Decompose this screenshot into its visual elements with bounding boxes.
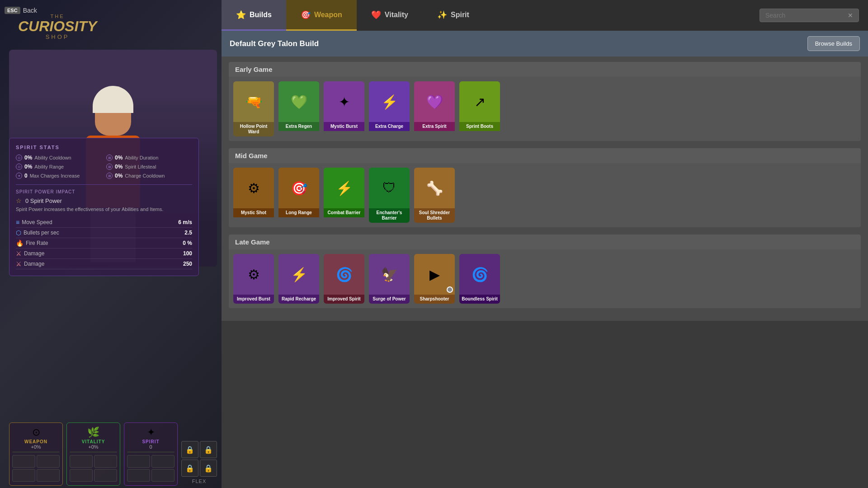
lifesteal-label: Spirit Lifesteal (125, 164, 156, 169)
duration-value: 0% (115, 155, 123, 161)
character-hair (93, 86, 133, 113)
sharpshooter-icon: ▶ (429, 267, 440, 282)
improved-burst-img: ⚙ (233, 254, 274, 295)
stat-ability-cooldown: ⊙ 0% Ability Cooldown (16, 155, 102, 161)
extra-regen-label: Extra Regen (278, 122, 319, 131)
mid-game-header: Mid Game (229, 148, 861, 163)
item-extra-spirit[interactable]: 💜 Extra Spirit (414, 81, 455, 136)
flex-slot-4: 🔒 (200, 460, 217, 477)
shop-shop: SHOP (18, 33, 97, 40)
build-header: Default Grey Talon Build Browse Builds (222, 31, 868, 56)
improved-spirit-label: Improved Spirit (324, 295, 364, 304)
back-button[interactable]: ESC Back (5, 7, 37, 14)
weapon-tab-label: Weapon (314, 11, 342, 19)
fire-rate-value: 0 % (183, 240, 192, 246)
flex-label: FLEX (192, 479, 207, 484)
weapon-label: WEAPON (12, 439, 60, 444)
item-boundless-spirit[interactable]: 🌀 Boundless Spirit (459, 254, 500, 304)
bottom-stats: ⊙ WEAPON +0% 🌿 VITALITY +0% ✦ SPIRIT 0 (9, 422, 217, 486)
long-range-img: 🎯 (278, 168, 319, 208)
soul-shredder-label: Soul Shredder Bullets (414, 208, 455, 223)
tab-weapon[interactable]: 🎯 Weapon (286, 0, 357, 31)
enchanters-barrier-label: Enchanter's Barrier (369, 208, 410, 223)
star-icon: ☆ (16, 197, 22, 204)
search-box[interactable]: ✕ (760, 9, 859, 22)
extra-regen-icon: 💚 (291, 94, 307, 110)
stat-damage-1: ⚔ Damage 100 (16, 249, 192, 259)
vitality-slot-4 (94, 469, 117, 482)
weapon-slot-1 (12, 455, 35, 468)
item-soul-shredder[interactable]: 🦴 Soul Shredder Bullets (414, 168, 455, 223)
extra-spirit-icon: 💜 (426, 94, 443, 110)
damage1-value: 100 (183, 250, 192, 257)
early-game-content: 🔫 Hollow Point Ward 💚 Extra Regen ✦ (229, 77, 861, 141)
item-enchanters-barrier[interactable]: 🛡 Enchanter's Barrier (369, 168, 410, 223)
combat-barrier-img: ⚡ (324, 168, 364, 208)
builds-tab-label: Builds (250, 11, 272, 19)
shop-curiosity: CURIOSITY (18, 19, 97, 33)
item-sharpshooter[interactable]: ▶ Sharpshooter (414, 254, 455, 304)
spirit-power-title: SPIRIT POWER IMPACT (16, 189, 192, 194)
item-improved-burst[interactable]: ⚙ Improved Burst (233, 254, 274, 304)
browse-builds-button[interactable]: Browse Builds (807, 36, 860, 51)
item-sprint-boots[interactable]: ↗ Sprint Boots (459, 81, 500, 136)
spirit-slot-3 (127, 469, 150, 482)
item-extra-regen[interactable]: 💚 Extra Regen (278, 81, 319, 136)
item-surge-of-power[interactable]: 🦅 Surge of Power (369, 254, 410, 304)
search-input[interactable] (765, 12, 848, 19)
extra-spirit-img: 💜 (414, 81, 455, 122)
surge-of-power-label: Surge of Power (369, 295, 410, 304)
spirit-label: SPIRIT (127, 439, 175, 444)
builds-tab-icon: ⭐ (236, 10, 246, 20)
tab-vitality[interactable]: ❤️ Vitality (357, 0, 423, 31)
soul-shredder-img: 🦴 (414, 168, 455, 208)
hollow-point-img: 🔫 (233, 81, 274, 122)
weapon-tab-icon: 🎯 (301, 10, 311, 20)
item-mystic-shot[interactable]: ⚙ Mystic Shot (233, 168, 274, 223)
item-long-range[interactable]: 🎯 Long Range (278, 168, 319, 223)
flex-slot-2: 🔒 (200, 441, 217, 458)
weapon-icon: ⊙ (12, 427, 60, 438)
item-combat-barrier[interactable]: ⚡ Combat Barrier (324, 168, 364, 223)
spirit-power-row: ☆ 0 Spirit Power (16, 197, 192, 204)
stat-move-speed: ≡ Move Speed 6 m/s (16, 217, 192, 228)
late-game-header: Late Game (229, 235, 861, 249)
weapon-slot-4 (37, 469, 60, 482)
stat-spirit-lifesteal: ⊠ 0% Spirit Lifesteal (106, 164, 192, 170)
range-icon: ⊙ (16, 164, 22, 170)
build-title: Default Grey Talon Build (230, 39, 319, 48)
late-game-content: ⚙ Improved Burst ⚡ Rapid Recharge 🌀 (229, 249, 861, 308)
improved-spirit-img: 🌀 (324, 254, 364, 295)
mystic-burst-icon: ✦ (339, 94, 350, 110)
item-mystic-burst[interactable]: ✦ Mystic Burst (324, 81, 364, 136)
tab-builds[interactable]: ⭐ Builds (222, 0, 286, 31)
hollow-point-icon: 🔫 (245, 94, 262, 110)
mystic-shot-label: Mystic Shot (233, 208, 274, 217)
item-extra-charge[interactable]: ⚡ Extra Charge (369, 81, 410, 136)
item-improved-spirit[interactable]: 🌀 Improved Spirit (324, 254, 364, 304)
long-range-label: Long Range (278, 208, 319, 217)
vitality-slot-3 (70, 469, 93, 482)
rapid-recharge-img: ⚡ (278, 254, 319, 295)
extra-charge-label: Extra Charge (369, 122, 410, 131)
spirit-slots (127, 455, 175, 482)
vitality-icon: 🌿 (70, 427, 117, 438)
range-value: 0% (24, 164, 32, 170)
search-close-icon[interactable]: ✕ (848, 12, 853, 19)
item-hollow-point-ward[interactable]: 🔫 Hollow Point Ward (233, 81, 274, 136)
combat-barrier-label: Combat Barrier (324, 208, 364, 217)
charges-label: Max Charges Increase (30, 173, 80, 178)
boundless-spirit-label: Boundless Spirit (459, 295, 500, 304)
combat-stats: ≡ Move Speed 6 m/s ⬡ Bullets per sec 2.5… (16, 217, 192, 269)
spirit-slot-4 (151, 469, 175, 482)
spirit-stats-panel: SPIRIT STATS ⊙ 0% Ability Cooldown ⊠ 0% … (9, 138, 199, 276)
damage2-icon: ⚔ (16, 260, 22, 267)
hollow-point-label: Hollow Point Ward (233, 122, 274, 136)
enchanters-barrier-img: 🛡 (369, 168, 410, 208)
item-rapid-recharge[interactable]: ⚡ Rapid Recharge (278, 254, 319, 304)
flex-slot-3: 🔒 (181, 460, 198, 477)
vitality-slots (70, 455, 117, 482)
tab-spirit[interactable]: ✨ Spirit (423, 0, 484, 31)
cooldown-label: Ability Cooldown (34, 155, 71, 160)
boundless-spirit-icon: 🌀 (472, 267, 488, 282)
